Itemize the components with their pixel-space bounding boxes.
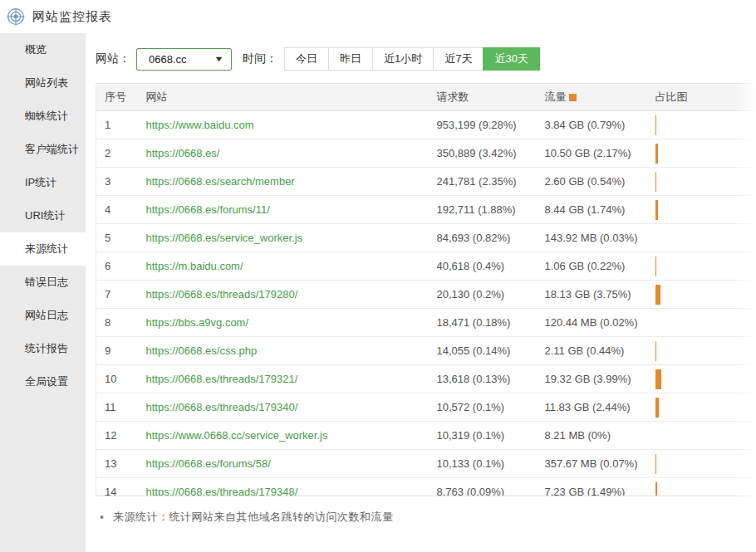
bullet-icon: •	[100, 510, 104, 524]
sidebar: 概览网站列表蜘蛛统计客户端统计IP统计URI统计来源统计错误日志网站日志统计报告…	[0, 33, 86, 552]
site-link[interactable]: https://0668.es/service_worker.js	[146, 232, 303, 244]
site-link[interactable]: https://0668.es/threads/179321/	[146, 373, 298, 385]
site-link[interactable]: https://0668.es/threads/179348/	[146, 486, 298, 496]
filter-bar: 网站： 0668.cc ▼ 时间： 今日昨日近1小时近7天近30天	[96, 47, 756, 71]
row-site-cell: https://www.0668.cc/service_worker.js	[146, 422, 437, 450]
traffic-ratio-bar	[655, 369, 661, 389]
table-row: 12https://www.0668.cc/service_worker.js1…	[96, 422, 756, 450]
ratio-bar-cell	[655, 196, 756, 224]
table-row: 2https://0668.es/350,889 (3.42%)10.50 GB…	[96, 139, 756, 168]
sidebar-item-client-stats[interactable]: 客户端统计	[0, 133, 86, 166]
row-index: 12	[96, 422, 146, 450]
time-last-1-hour-button[interactable]: 近1小时	[372, 47, 434, 71]
requests-value: 10,572 (0.1%)	[437, 393, 545, 422]
requests-value: 40,618 (0.4%)	[437, 252, 545, 281]
sidebar-item-site-list[interactable]: 网站列表	[0, 66, 86, 100]
site-link[interactable]: https://m.baidu.com/	[146, 260, 243, 272]
time-last-7-days-button[interactable]: 近7天	[433, 47, 484, 71]
traffic-value: 11.83 GB (2.44%)	[545, 393, 655, 422]
row-index: 8	[96, 309, 146, 337]
row-index: 7	[96, 281, 146, 309]
sidebar-item-site-log[interactable]: 网站日志	[0, 299, 86, 332]
ratio-bar-cell	[655, 365, 756, 393]
table-body: 1https://www.baidu.com953,199 (9.28%)3.8…	[96, 111, 756, 497]
traffic-value: 2.60 GB (0.54%)	[545, 168, 655, 196]
ratio-bar-cell	[655, 281, 756, 309]
sidebar-item-stats-report[interactable]: 统计报告	[0, 332, 86, 365]
row-index: 3	[96, 168, 146, 196]
row-index: 10	[96, 365, 146, 393]
row-index: 1	[96, 111, 146, 139]
traffic-ratio-bar	[655, 482, 658, 497]
table-row: 13https://0668.es/forums/58/10,133 (0.1%…	[96, 450, 756, 478]
site-link[interactable]: https://0668.es/forums/11/	[146, 203, 270, 216]
ratio-bar-cell	[655, 422, 756, 450]
row-index: 14	[96, 478, 146, 497]
row-site-cell: https://0668.es/forums/58/	[146, 450, 437, 478]
time-today-button[interactable]: 今日	[284, 47, 329, 71]
table-row: 4https://0668.es/forums/11/192,711 (1.88…	[96, 196, 756, 224]
table-row: 7https://0668.es/threads/179280/20,130 (…	[96, 281, 756, 309]
site-link[interactable]: https://www.baidu.com	[146, 119, 254, 131]
ratio-bar-cell	[655, 139, 756, 168]
requests-value: 953,199 (9.28%)	[437, 111, 545, 139]
traffic-value: 10.50 GB (2.17%)	[545, 139, 655, 168]
site-link[interactable]: https://0668.es/threads/179280/	[146, 288, 298, 300]
traffic-value: 1.06 GB (0.22%)	[545, 252, 655, 281]
footnote-text: 来源统计：统计网站来自其他域名跳转的访问次数和流量	[113, 510, 394, 525]
row-index: 2	[96, 139, 146, 168]
traffic-ratio-bar	[655, 341, 656, 361]
traffic-value: 19.32 GB (3.99%)	[545, 365, 655, 393]
site-link[interactable]: https://0668.es/	[146, 147, 220, 159]
time-yesterday-button[interactable]: 昨日	[328, 47, 373, 71]
site-link[interactable]: https://www.0668.cc/service_worker.js	[146, 429, 328, 442]
row-site-cell: https://bbs.a9vg.com/	[146, 309, 437, 337]
site-filter-label: 网站：	[96, 51, 130, 66]
traffic-value: 8.21 MB (0%)	[545, 422, 655, 450]
traffic-value: 2.11 GB (0.44%)	[545, 337, 655, 365]
sidebar-item-error-log[interactable]: 错误日志	[0, 266, 86, 299]
app-title: 网站监控报表	[32, 9, 112, 25]
sidebar-item-uri-stats[interactable]: URI统计	[0, 199, 86, 232]
sidebar-item-global-settings[interactable]: 全局设置	[0, 365, 86, 398]
site-link[interactable]: https://bbs.a9vg.com/	[146, 316, 249, 329]
traffic-ratio-bar	[655, 256, 656, 276]
traffic-legend-square-icon	[569, 94, 577, 101]
traffic-ratio-bar	[655, 144, 659, 164]
ratio-bar-cell	[655, 224, 756, 252]
traffic-value: 143.92 MB (0.03%)	[545, 224, 655, 252]
requests-value: 14,055 (0.14%)	[437, 337, 545, 365]
requests-value: 10,133 (0.1%)	[437, 450, 545, 478]
referrer-table: 序号 网站 请求数 流量 占比图 1https://www.baidu.com9…	[96, 83, 756, 496]
ratio-bar-cell	[655, 111, 756, 139]
sidebar-item-spider-stats[interactable]: 蜘蛛统计	[0, 100, 86, 133]
sidebar-item-overview[interactable]: 概览	[0, 33, 86, 66]
traffic-ratio-bar	[655, 172, 656, 192]
sidebar-item-referrer-stats[interactable]: 来源统计	[0, 232, 86, 266]
site-link[interactable]: https://0668.es/forums/58/	[146, 457, 271, 470]
time-range-group: 今日昨日近1小时近7天近30天	[284, 47, 540, 71]
table-row: 9https://0668.es/css.php14,055 (0.14%)2.…	[96, 337, 756, 365]
requests-value: 20,130 (0.2%)	[437, 281, 545, 309]
row-site-cell: https://0668.es/threads/179280/	[146, 281, 437, 309]
ratio-bar-cell	[655, 168, 756, 196]
referrer-table-container: 序号 网站 请求数 流量 占比图 1https://www.baidu.com9…	[96, 83, 756, 496]
traffic-ratio-bar	[655, 454, 656, 474]
table-row: 14https://0668.es/threads/179348/8,763 (…	[96, 478, 756, 497]
requests-value: 84,693 (0.82%)	[437, 224, 545, 252]
row-index: 13	[96, 450, 146, 478]
site-select-value: 0668.cc	[149, 53, 187, 66]
requests-value: 10,319 (0.1%)	[437, 422, 545, 450]
site-link[interactable]: https://0668.es/threads/179340/	[146, 401, 298, 413]
column-header-index: 序号	[96, 84, 146, 111]
ratio-bar-cell	[655, 337, 756, 365]
site-link[interactable]: https://0668.es/css.php	[146, 344, 258, 357]
row-index: 5	[96, 224, 146, 252]
time-last-30-days-button[interactable]: 近30天	[483, 47, 539, 71]
requests-value: 18,471 (0.18%)	[437, 309, 545, 337]
row-site-cell: https://0668.es/css.php	[146, 337, 437, 365]
sidebar-item-ip-stats[interactable]: IP统计	[0, 166, 86, 199]
topbar: 网站监控报表	[0, 0, 756, 33]
site-select[interactable]: 0668.cc ▼	[136, 48, 232, 71]
site-link[interactable]: https://0668.es/search/member	[146, 175, 295, 188]
